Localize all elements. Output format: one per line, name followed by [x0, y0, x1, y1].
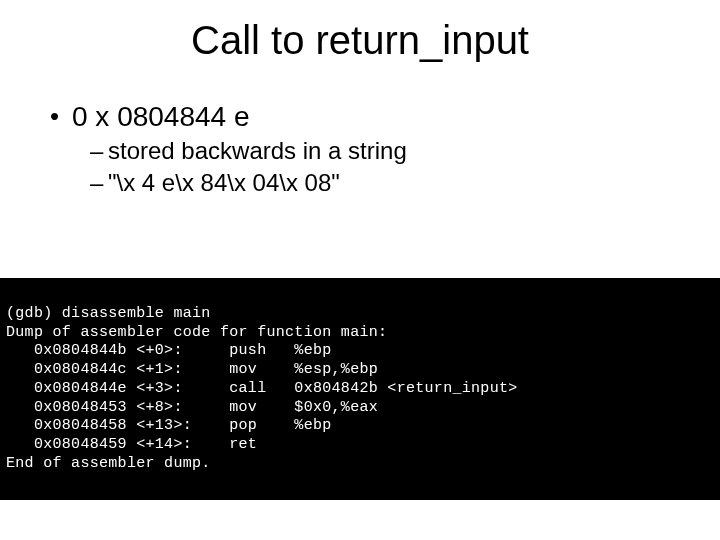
bullet-level1: 0 x 0804844 e — [50, 101, 690, 133]
bullet-level2: stored backwards in a string — [90, 137, 690, 165]
terminal-line: (gdb) disassemble main — [6, 305, 211, 322]
slide-body: 0 x 0804844 e stored backwards in a stri… — [0, 73, 720, 197]
slide: Call to return_input 0 x 0804844 e store… — [0, 0, 720, 540]
terminal-line: Dump of assembler code for function main… — [6, 324, 387, 341]
terminal-line: 0x0804844b <+0>: push %ebp — [6, 342, 332, 359]
terminal-line: 0x08048453 <+8>: mov $0x0,%eax — [6, 399, 378, 416]
bullet-level2: "\x 4 e\x 84\x 04\x 08" — [90, 169, 690, 197]
slide-title: Call to return_input — [0, 0, 720, 73]
terminal-line: 0x0804844c <+1>: mov %esp,%ebp — [6, 361, 378, 378]
terminal-output: (gdb) disassemble main Dump of assembler… — [0, 278, 720, 500]
terminal-line: 0x08048458 <+13>: pop %ebp — [6, 417, 332, 434]
terminal-line: 0x0804844e <+3>: call 0x804842b <return_… — [6, 380, 518, 397]
terminal-line: 0x08048459 <+14>: ret — [6, 436, 294, 453]
terminal-line: End of assembler dump. — [6, 455, 211, 472]
